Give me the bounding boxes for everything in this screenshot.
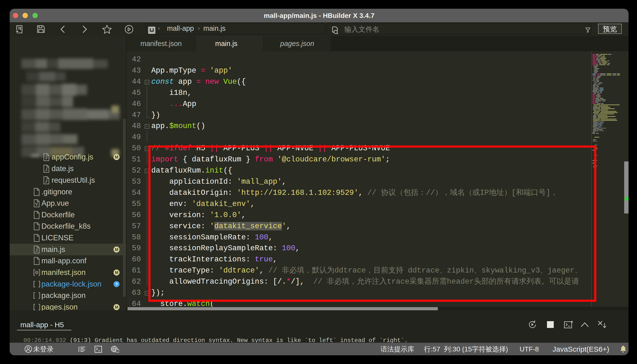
svg-text:J: J [45, 156, 48, 160]
svg-text:J: J [45, 179, 48, 183]
svg-text:V: V [35, 202, 38, 206]
svg-text:J: J [45, 168, 48, 172]
svg-text:J: J [36, 248, 38, 252]
